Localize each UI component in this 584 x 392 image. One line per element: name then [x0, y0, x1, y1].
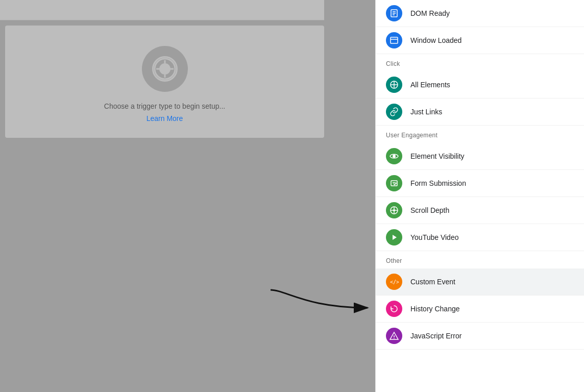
custom-event-label: Custom Event [410, 278, 455, 286]
javascript-error-label: JavaScript Error [410, 332, 461, 340]
trigger-card: Choose a trigger type to begin setup... … [5, 26, 324, 138]
all-elements-label: All Elements [410, 81, 450, 89]
trigger-item-youtube-video[interactable]: YouTube Video [376, 224, 584, 251]
trigger-item-window-loaded[interactable]: Window Loaded [376, 27, 584, 54]
learn-more-link[interactable]: Learn More [147, 114, 183, 122]
history-change-icon [386, 301, 402, 317]
svg-marker-23 [393, 235, 397, 240]
top-bar [0, 0, 324, 20]
section-user-engagement: User Engagement Element Visibility Form … [376, 126, 584, 251]
youtube-video-icon [386, 229, 402, 246]
svg-point-22 [393, 209, 395, 211]
just-links-label: Just Links [410, 108, 442, 116]
arrow-icon [255, 280, 378, 315]
arrow-container [255, 280, 388, 321]
dom-ready-label: DOM Ready [410, 9, 450, 17]
window-loaded-label: Window Loaded [410, 36, 461, 44]
element-visibility-icon [386, 148, 402, 164]
trigger-item-just-links[interactable]: Just Links [376, 99, 584, 126]
trigger-item-element-visibility[interactable]: Element Visibility [376, 143, 584, 170]
choose-text: Choose a trigger type to begin setup... [104, 102, 225, 110]
trigger-item-scroll-depth[interactable]: Scroll Depth [376, 197, 584, 224]
svg-text:</>: </> [390, 279, 399, 285]
trigger-item-javascript-error[interactable]: JavaScript Error [376, 323, 584, 350]
click-section-label: Click [376, 54, 584, 71]
svg-point-27 [394, 338, 395, 339]
svg-rect-11 [391, 37, 398, 43]
element-visibility-label: Element Visibility [410, 152, 465, 160]
trigger-icon-circle [142, 46, 188, 92]
svg-point-1 [160, 64, 169, 74]
section-click: Click All Elements Just Links [376, 54, 584, 126]
other-section-label: Other [376, 251, 584, 268]
all-elements-icon [386, 77, 402, 93]
form-submission-label: Form Submission [410, 179, 466, 187]
dom-ready-icon [386, 5, 402, 21]
section-other: Other </> Custom Event History Change Ja… [376, 251, 584, 350]
form-submission-icon [386, 175, 402, 191]
svg-point-16 [393, 155, 396, 158]
trigger-item-dom-ready[interactable]: DOM Ready [376, 0, 584, 27]
trigger-item-form-submission[interactable]: Form Submission [376, 170, 584, 197]
trigger-item-history-change[interactable]: History Change [376, 296, 584, 323]
right-panel: DOM Ready Window Loaded Click All Elemen… [375, 0, 584, 392]
trigger-item-all-elements[interactable]: All Elements [376, 71, 584, 99]
trigger-item-custom-event[interactable]: </> Custom Event [376, 268, 584, 296]
left-panel: Choose a trigger type to begin setup... … [0, 0, 375, 392]
custom-event-icon: </> [386, 274, 402, 290]
scroll-depth-icon [386, 202, 402, 218]
javascript-error-icon [386, 328, 402, 344]
window-loaded-icon [386, 32, 402, 48]
trigger-icon-inner [152, 56, 178, 82]
section-page: DOM Ready Window Loaded [376, 0, 584, 54]
trigger-placeholder-icon [154, 58, 176, 80]
youtube-video-label: YouTube Video [410, 233, 458, 241]
user-engagement-section-label: User Engagement [376, 126, 584, 143]
scroll-depth-label: Scroll Depth [410, 206, 449, 214]
history-change-label: History Change [410, 305, 460, 313]
just-links-icon [386, 104, 402, 120]
